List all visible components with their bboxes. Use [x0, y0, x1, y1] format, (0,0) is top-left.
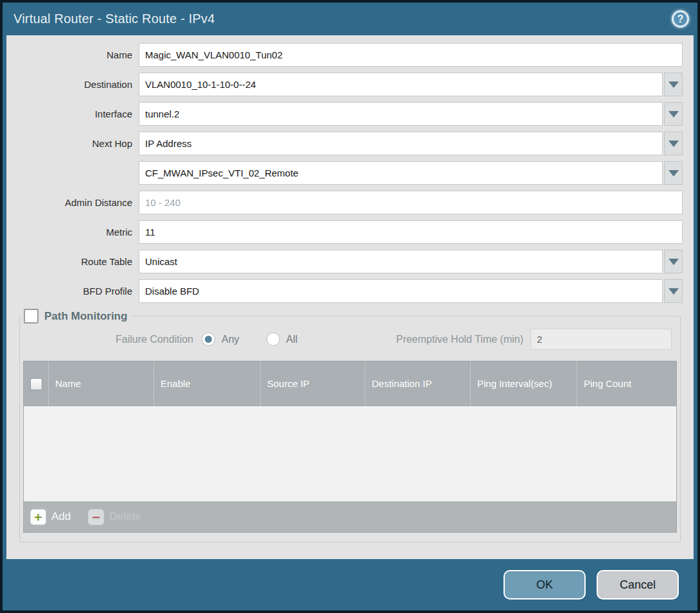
help-icon[interactable]: ?	[672, 10, 689, 28]
delete-minus-icon: −	[88, 509, 104, 525]
next-hop-type-input[interactable]	[139, 132, 663, 155]
failure-condition-row: Failure Condition Any All Preemptive Hol…	[22, 329, 678, 350]
dialog-window: Virtual Router - Static Route - IPv4 ? N…	[3, 3, 697, 610]
form-row-next-hop: Next Hop	[16, 132, 683, 155]
destination-dropdown-button[interactable]	[664, 73, 683, 96]
select-all-checkbox[interactable]	[30, 378, 42, 390]
add-button-label: Add	[51, 510, 71, 523]
next-hop-type-dropdown-button[interactable]	[664, 132, 683, 155]
path-monitoring-legend: Path Monitoring	[22, 309, 132, 324]
next-hop-address-input[interactable]	[139, 161, 663, 185]
dialog-content: Name Destination Interface	[6, 35, 694, 559]
failure-condition-all-label: All	[286, 334, 298, 345]
destination-input[interactable]	[139, 73, 663, 96]
path-monitoring-section: Path Monitoring Failure Condition Any Al…	[19, 309, 681, 542]
next-hop-address-dropdown-button[interactable]	[664, 161, 683, 185]
next-hop-label: Next Hop	[16, 138, 139, 149]
failure-condition-any-radio[interactable]	[202, 332, 215, 346]
interface-input[interactable]	[139, 102, 663, 126]
path-monitoring-table: Name Enable Source IP Destination IP Pin…	[23, 361, 677, 533]
metric-input[interactable]	[139, 220, 683, 244]
bfd-profile-input[interactable]	[139, 279, 663, 303]
chevron-down-icon	[669, 288, 679, 295]
bfd-profile-label: BFD Profile	[16, 286, 139, 297]
ok-button[interactable]: OK	[503, 570, 586, 600]
form-row-next-hop-value	[16, 161, 683, 185]
route-table-input[interactable]	[139, 250, 663, 273]
form-row-route-table: Route Table	[16, 250, 683, 273]
bfd-profile-dropdown-button[interactable]	[664, 279, 683, 303]
name-label: Name	[16, 49, 139, 60]
route-table-label: Route Table	[16, 256, 139, 267]
admin-distance-input[interactable]	[139, 191, 683, 214]
dialog-action-bar: OK Cancel	[3, 559, 697, 610]
route-table-dropdown-button[interactable]	[664, 250, 683, 273]
preemptive-hold-time-label: Preemptive Hold Time (min)	[396, 334, 530, 345]
column-header-ping-interval: Ping Interval(sec)	[470, 361, 577, 406]
name-input[interactable]	[139, 43, 683, 67]
chevron-down-icon	[669, 111, 679, 117]
delete-button-label: Delete	[109, 510, 141, 523]
form-row-bfd-profile: BFD Profile	[16, 279, 683, 303]
chevron-down-icon	[669, 82, 679, 88]
dialog-title: Virtual Router - Static Route - IPv4	[13, 12, 215, 26]
column-header-ping-count: Ping Count	[577, 361, 676, 406]
failure-condition-label: Failure Condition	[22, 334, 202, 345]
interface-dropdown-button[interactable]	[664, 102, 683, 126]
column-header-destination-ip: Destination IP	[365, 361, 470, 406]
column-header-name: Name	[48, 361, 153, 406]
column-header-source-ip: Source IP	[260, 361, 365, 406]
add-plus-icon: +	[30, 509, 46, 525]
admin-distance-label: Admin Distance	[16, 197, 139, 208]
form-row-admin-distance: Admin Distance	[16, 191, 683, 214]
chevron-down-icon	[669, 259, 679, 265]
failure-condition-any-label: Any	[222, 334, 240, 345]
preemptive-hold-time-input[interactable]	[530, 329, 672, 350]
table-header-row: Name Enable Source IP Destination IP Pin…	[24, 361, 676, 406]
failure-condition-all-radio[interactable]	[267, 332, 280, 346]
table-body-empty	[24, 406, 676, 501]
table-footer-bar: + Add − Delete	[24, 501, 676, 532]
title-bar: Virtual Router - Static Route - IPv4 ?	[3, 3, 697, 35]
select-all-cell	[24, 361, 48, 406]
destination-label: Destination	[16, 79, 139, 90]
cancel-button[interactable]: Cancel	[597, 570, 679, 600]
column-header-enable: Enable	[153, 361, 260, 406]
interface-label: Interface	[16, 108, 139, 119]
form-row-destination: Destination	[16, 73, 683, 96]
add-button[interactable]: + Add	[30, 509, 71, 525]
path-monitoring-checkbox[interactable]	[24, 309, 39, 324]
delete-button[interactable]: − Delete	[88, 509, 141, 525]
form-area: Name Destination Interface	[6, 43, 694, 303]
form-row-metric: Metric	[16, 220, 683, 244]
path-monitoring-title: Path Monitoring	[44, 310, 127, 323]
form-row-interface: Interface	[16, 102, 683, 126]
chevron-down-icon	[669, 141, 679, 147]
chevron-down-icon	[669, 170, 679, 177]
metric-label: Metric	[16, 227, 139, 237]
form-row-name: Name	[16, 43, 683, 67]
